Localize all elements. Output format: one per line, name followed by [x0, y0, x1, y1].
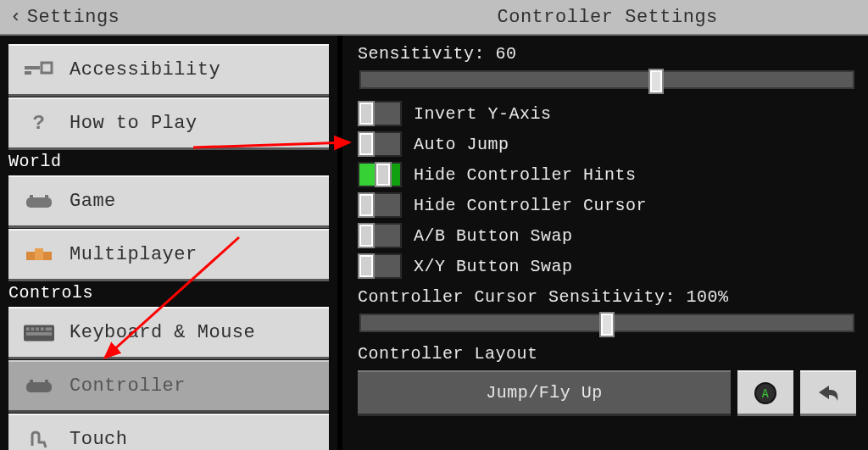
invert-y-label: Invert Y-Axis: [414, 104, 552, 124]
back-button[interactable]: ‹ Settings: [10, 7, 120, 28]
svg-rect-10: [26, 327, 30, 331]
reset-binding-button[interactable]: [800, 370, 856, 416]
controller-icon: [24, 189, 54, 214]
controller-icon: [24, 374, 54, 399]
people-icon: [24, 242, 54, 268]
sensitivity-row: Sensitivity: 60: [358, 44, 856, 89]
svg-rect-8: [43, 252, 52, 260]
svg-rect-2: [42, 63, 52, 73]
chevron-left-icon: ‹: [10, 7, 22, 28]
svg-rect-7: [35, 248, 43, 260]
invert-y-row: Invert Y-Axis: [358, 101, 856, 126]
svg-rect-17: [30, 380, 33, 385]
sidebar-item-label: Multiplayer: [70, 244, 198, 265]
svg-rect-13: [41, 327, 44, 331]
hide-cursor-toggle[interactable]: [358, 192, 402, 218]
svg-rect-15: [26, 332, 52, 336]
svg-rect-14: [46, 327, 53, 331]
xy-swap-toggle[interactable]: [358, 253, 402, 279]
hide-hints-label: Hide Controller Hints: [414, 165, 637, 185]
cursor-sens-label: Controller Cursor Sensitivity: 100%: [358, 287, 856, 307]
binding-jump-fly[interactable]: Jump/Fly Up: [358, 370, 731, 416]
controller-layout-title: Controller Layout: [358, 344, 856, 364]
sidebar-item-touch[interactable]: Touch: [8, 414, 329, 450]
key-icon: [24, 58, 54, 83]
svg-rect-5: [45, 195, 48, 200]
scrollbar[interactable]: [858, 41, 866, 445]
category-world: World: [0, 150, 337, 175]
cursor-sens-slider[interactable]: [359, 314, 854, 332]
binding-a-button[interactable]: A: [737, 370, 793, 416]
question-icon: ?: [24, 111, 54, 136]
sidebar-item-game[interactable]: Game: [8, 175, 329, 228]
invert-y-toggle[interactable]: [358, 101, 402, 126]
sidebar-item-howtoplay[interactable]: ? How to Play: [8, 97, 329, 150]
cursor-sens-row: Controller Cursor Sensitivity: 100%: [358, 287, 856, 332]
sidebar: Accessibility ? How to Play World Game M…: [0, 36, 337, 450]
category-controls: Controls: [0, 281, 337, 306]
ab-swap-label: A/B Button Swap: [414, 226, 573, 246]
svg-rect-11: [31, 327, 35, 331]
xy-swap-label: X/Y Button Swap: [414, 257, 573, 276]
content: Sensitivity: 60 Invert Y-Axis Auto Jump …: [342, 36, 868, 450]
svg-rect-4: [30, 195, 33, 200]
svg-rect-18: [45, 380, 48, 385]
back-label: Settings: [27, 7, 120, 28]
svg-rect-6: [26, 252, 35, 260]
header: ‹ Settings Controller Settings: [0, 0, 868, 36]
sidebar-item-label: Touch: [70, 429, 128, 450]
a-button-icon: A: [754, 381, 777, 405]
page-title: Controller Settings: [357, 7, 858, 28]
touch-icon: [24, 427, 54, 451]
hide-cursor-row: Hide Controller Cursor: [358, 192, 856, 218]
sidebar-item-label: Controller: [70, 375, 186, 397]
auto-jump-toggle[interactable]: [358, 131, 402, 157]
main: Accessibility ? How to Play World Game M…: [0, 36, 868, 450]
sidebar-item-label: Keyboard & Mouse: [70, 322, 255, 343]
svg-rect-12: [36, 327, 39, 331]
hide-hints-toggle[interactable]: [358, 162, 402, 187]
svg-text:A: A: [762, 386, 770, 400]
sidebar-item-label: Game: [70, 191, 116, 212]
action-bar: Jump/Fly Up A: [358, 370, 856, 419]
undo-arrow-icon: [817, 384, 839, 403]
auto-jump-row: Auto Jump: [358, 131, 856, 157]
slider-thumb[interactable]: [648, 69, 664, 94]
hide-hints-row: Hide Controller Hints: [358, 162, 856, 187]
binding-label: Jump/Fly Up: [486, 383, 603, 403]
hide-cursor-label: Hide Controller Cursor: [414, 196, 647, 215]
ab-swap-row: A/B Button Swap: [358, 223, 856, 248]
sidebar-item-label: Accessibility: [70, 59, 220, 81]
ab-swap-toggle[interactable]: [358, 223, 402, 248]
svg-rect-1: [25, 71, 31, 75]
sidebar-item-label: How to Play: [70, 113, 198, 134]
svg-rect-0: [25, 66, 40, 69]
sensitivity-label: Sensitivity: 60: [358, 44, 856, 64]
sidebar-item-keyboard[interactable]: Keyboard & Mouse: [8, 307, 329, 359]
auto-jump-label: Auto Jump: [414, 135, 509, 154]
sidebar-item-multiplayer[interactable]: Multiplayer: [8, 229, 329, 281]
sidebar-item-controller[interactable]: Controller: [8, 360, 329, 413]
sensitivity-slider[interactable]: [359, 70, 854, 89]
slider-thumb[interactable]: [599, 312, 615, 337]
sidebar-item-accessibility[interactable]: Accessibility: [8, 44, 329, 97]
keyboard-icon: [24, 320, 54, 346]
xy-swap-row: X/Y Button Swap: [358, 253, 856, 279]
